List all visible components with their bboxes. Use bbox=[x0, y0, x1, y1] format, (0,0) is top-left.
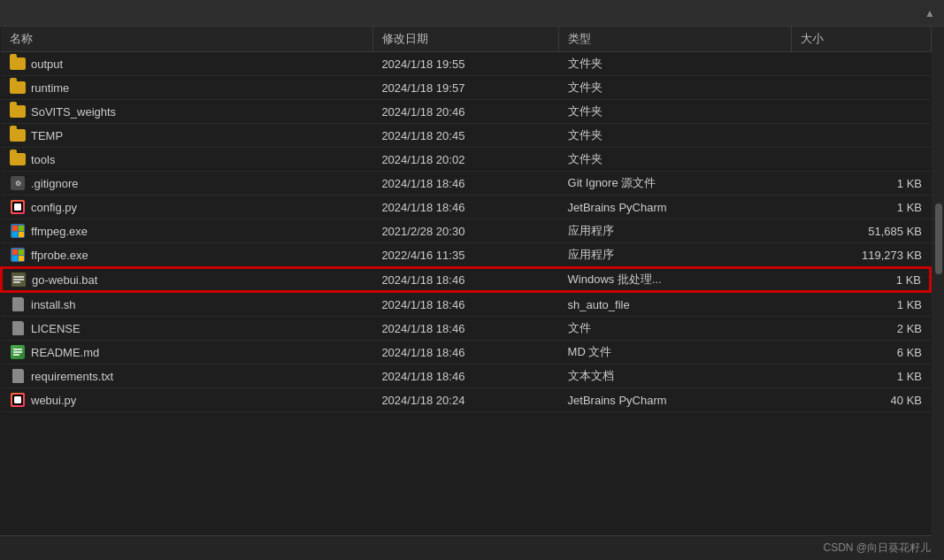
file-name: go-webui.bat bbox=[32, 273, 97, 287]
folder-icon bbox=[10, 127, 26, 143]
file-name: README.md bbox=[31, 346, 99, 359]
folder-icon bbox=[10, 104, 26, 119]
table-row[interactable]: ffprobe.exe2022/4/16 11:35应用程序119,273 KB bbox=[1, 243, 931, 268]
file-date: 2024/1/18 20:46 bbox=[372, 100, 558, 124]
file-type: sh_auto_file bbox=[559, 292, 792, 317]
table-row[interactable]: webui.py2024/1/18 20:24JetBrains PyCharm… bbox=[1, 388, 931, 412]
file-size: 2 KB bbox=[791, 317, 931, 341]
file-name-cell: install.sh bbox=[10, 296, 364, 312]
file-name-cell: ffmpeg.exe bbox=[10, 223, 364, 239]
file-size: 1 KB bbox=[791, 292, 931, 317]
file-date: 2024/1/18 20:24 bbox=[372, 388, 558, 412]
table-row[interactable]: install.sh2024/1/18 18:46sh_auto_file1 K… bbox=[1, 292, 931, 317]
file-name-cell: config.py bbox=[10, 199, 364, 215]
scrollbar[interactable] bbox=[932, 27, 944, 560]
table-row[interactable]: ⚙.gitignore2024/1/18 18:46Git Ignore 源文件… bbox=[1, 172, 931, 196]
svg-rect-9 bbox=[19, 256, 24, 261]
svg-rect-4 bbox=[12, 232, 18, 237]
file-icon bbox=[10, 296, 26, 312]
file-date: 2024/1/18 18:46 bbox=[372, 267, 558, 292]
file-icon bbox=[10, 368, 26, 384]
table-row[interactable]: output2024/1/18 19:55文件夹 bbox=[1, 52, 931, 76]
file-type: 文件夹 bbox=[559, 100, 792, 124]
file-date: 2024/1/18 19:55 bbox=[372, 52, 558, 76]
file-date: 2024/1/18 18:46 bbox=[372, 172, 558, 196]
file-name-cell: LICENSE bbox=[10, 320, 364, 336]
file-name: .gitignore bbox=[31, 177, 78, 190]
file-name: TEMP bbox=[31, 129, 63, 142]
jetbrains-icon bbox=[10, 199, 26, 215]
file-size bbox=[791, 76, 931, 100]
file-type: 文本文档 bbox=[559, 364, 792, 388]
bat-icon bbox=[11, 272, 27, 288]
table-row[interactable]: TEMP2024/1/18 20:45文件夹 bbox=[1, 124, 931, 148]
table-container[interactable]: 名称 修改日期 类型 大小 output2024/1/18 19:55文件夹ru… bbox=[0, 27, 944, 535]
svg-rect-7 bbox=[19, 249, 24, 255]
svg-rect-6 bbox=[12, 249, 18, 255]
col-header-type[interactable]: 类型 bbox=[559, 27, 792, 52]
file-type: 文件夹 bbox=[559, 148, 792, 172]
scroll-up-indicator: ▲ bbox=[925, 7, 935, 19]
file-size bbox=[791, 124, 931, 148]
file-date: 2021/2/28 20:30 bbox=[372, 219, 558, 243]
file-name: install.sh bbox=[31, 298, 76, 311]
file-date: 2024/1/18 18:46 bbox=[372, 364, 558, 388]
file-name-cell: SoVITS_weights bbox=[10, 104, 364, 119]
table-row[interactable]: LICENSE2024/1/18 18:46文件2 KB bbox=[1, 317, 931, 341]
gitignore-icon: ⚙ bbox=[10, 175, 26, 191]
folder-icon bbox=[10, 151, 26, 167]
table-row[interactable]: config.py2024/1/18 18:46JetBrains PyChar… bbox=[1, 196, 931, 219]
table-row[interactable]: ffmpeg.exe2021/2/28 20:30应用程序51,685 KB bbox=[1, 219, 931, 243]
file-name-cell: requirements.txt bbox=[10, 368, 364, 384]
file-icon bbox=[10, 320, 26, 336]
file-type: JetBrains PyCharm bbox=[559, 196, 792, 219]
file-name-cell: README.md bbox=[10, 344, 364, 360]
file-type: JetBrains PyCharm bbox=[559, 388, 792, 412]
table-row[interactable]: SoVITS_weights2024/1/18 20:46文件夹 bbox=[1, 100, 931, 124]
svg-rect-13 bbox=[13, 349, 22, 350]
file-name: config.py bbox=[31, 201, 77, 214]
svg-rect-11 bbox=[13, 279, 24, 280]
col-header-name[interactable]: 名称 bbox=[1, 27, 372, 52]
watermark: CSDN @向日葵花籽儿 bbox=[823, 541, 931, 556]
file-name: webui.py bbox=[31, 394, 76, 407]
file-name: LICENSE bbox=[31, 322, 81, 335]
file-type: 文件 bbox=[559, 317, 792, 341]
file-list: output2024/1/18 19:55文件夹runtime2024/1/18… bbox=[1, 52, 931, 412]
table-row[interactable]: README.md2024/1/18 18:46MD 文件6 KB bbox=[1, 341, 931, 364]
file-name: SoVITS_weights bbox=[31, 105, 116, 119]
readme-icon bbox=[10, 344, 26, 360]
file-size bbox=[791, 148, 931, 172]
file-name-cell: webui.py bbox=[10, 392, 364, 408]
file-type: Git Ignore 源文件 bbox=[559, 172, 792, 196]
folder-icon bbox=[10, 80, 26, 96]
table-row[interactable]: go-webui.bat2024/1/18 18:46Windows 批处理..… bbox=[1, 267, 931, 292]
svg-rect-5 bbox=[19, 232, 24, 237]
exe-icon bbox=[10, 223, 26, 239]
file-type: 文件夹 bbox=[559, 76, 792, 100]
file-size: 1 KB bbox=[791, 196, 931, 219]
svg-rect-12 bbox=[13, 281, 20, 283]
file-name-cell: go-webui.bat bbox=[11, 272, 364, 288]
table-row[interactable]: runtime2024/1/18 19:57文件夹 bbox=[1, 76, 931, 100]
file-date: 2024/1/18 20:02 bbox=[372, 148, 558, 172]
file-size bbox=[791, 100, 931, 124]
svg-rect-15 bbox=[13, 354, 19, 356]
exe-icon bbox=[10, 247, 26, 263]
svg-rect-8 bbox=[12, 256, 18, 261]
file-type: Windows 批处理... bbox=[559, 267, 792, 292]
file-explorer: ▲ 名称 修改日期 类型 大小 output2024/1/18 19:55文件夹… bbox=[0, 0, 944, 560]
file-size: 1 KB bbox=[791, 267, 931, 292]
file-name-cell: output bbox=[10, 56, 364, 72]
file-size: 51,685 KB bbox=[791, 219, 931, 243]
col-header-size[interactable]: 大小 bbox=[791, 27, 931, 52]
table-row[interactable]: requirements.txt2024/1/18 18:46文本文档1 KB bbox=[1, 364, 931, 388]
file-type: 应用程序 bbox=[559, 243, 792, 268]
svg-rect-1 bbox=[14, 203, 21, 211]
table-row[interactable]: tools2024/1/18 20:02文件夹 bbox=[1, 148, 931, 172]
col-header-date[interactable]: 修改日期 bbox=[372, 27, 558, 52]
file-name-cell: TEMP bbox=[10, 127, 364, 143]
scrollbar-thumb[interactable] bbox=[935, 203, 942, 274]
file-name-cell: ffprobe.exe bbox=[10, 247, 364, 263]
file-name: ffmpeg.exe bbox=[31, 225, 88, 238]
